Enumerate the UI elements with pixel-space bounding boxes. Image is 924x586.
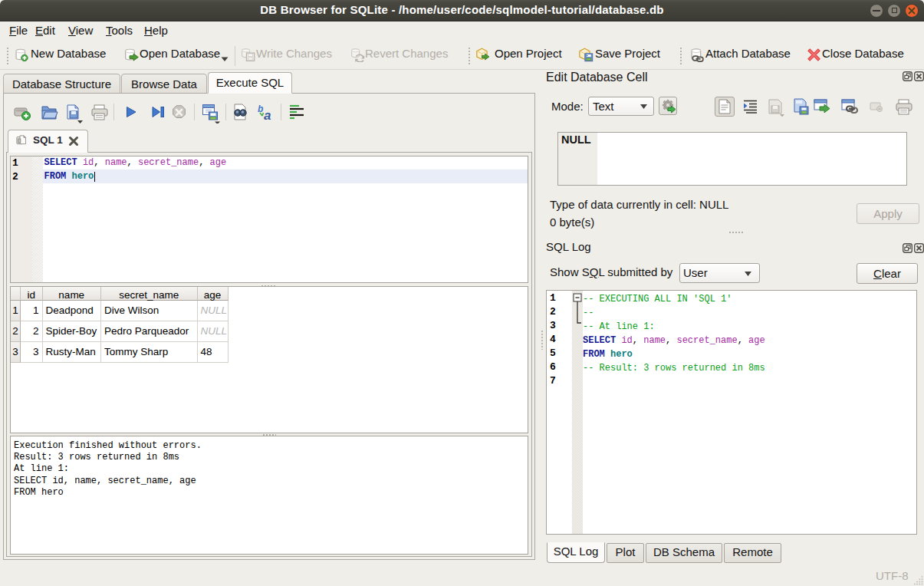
svg-text:a: a [264,108,271,122]
